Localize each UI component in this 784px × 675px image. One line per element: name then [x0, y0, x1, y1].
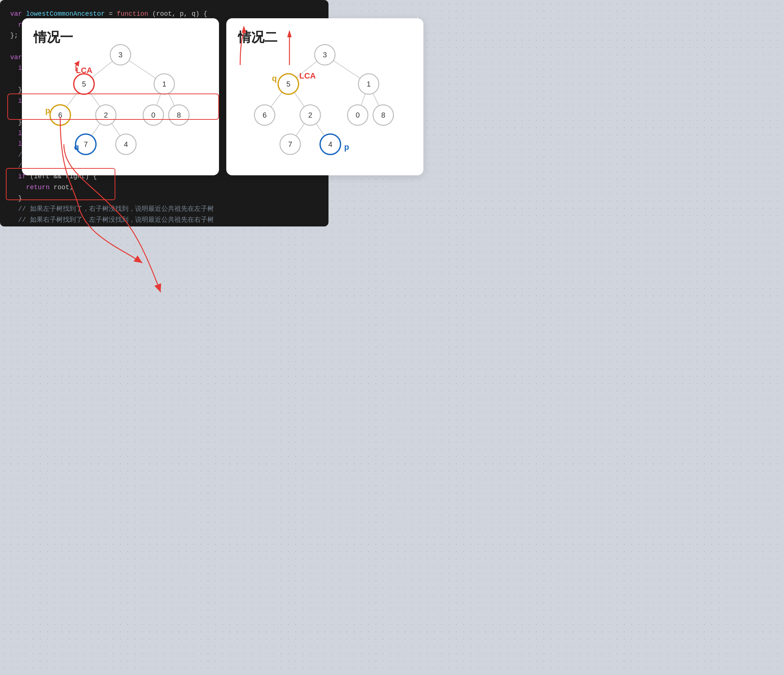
code-line-cm5: // 如果左右子树都没找到，说明最近公共祖先不存在 [10, 226, 318, 226]
svg-text:3: 3 [118, 51, 122, 59]
code-line-14: return root; [10, 182, 318, 193]
svg-text:4: 4 [328, 140, 332, 148]
svg-text:6: 6 [263, 111, 266, 119]
code-line-cm3: // 如果左子树找到了，右子树没找到，说明最近公共祖先在左子树 [10, 204, 318, 215]
svg-text:0: 0 [356, 111, 359, 119]
svg-text:4: 4 [124, 140, 128, 148]
code-line-cm4: // 如果右子树找到了，左子树没找到，说明最近公共祖先在右子树 [10, 215, 318, 226]
svg-text:5: 5 [82, 80, 86, 88]
svg-text:2: 2 [308, 111, 312, 119]
tree1-svg: 3 5 1 6 2 0 8 7 4 p q LCA [22, 18, 219, 175]
svg-text:q: q [74, 142, 79, 151]
tree-card-case1: 情况一 3 5 1 6 2 0 8 7 4 [22, 18, 219, 175]
svg-text:7: 7 [288, 140, 292, 148]
svg-text:LCA: LCA [299, 71, 316, 80]
svg-text:1: 1 [366, 80, 370, 88]
svg-text:8: 8 [381, 111, 385, 119]
svg-text:p: p [45, 106, 50, 115]
svg-text:q: q [272, 74, 277, 83]
svg-text:5: 5 [286, 80, 290, 88]
svg-text:p: p [344, 142, 349, 151]
svg-text:7: 7 [84, 140, 88, 148]
tree-card-case2: 情况二 3 5 1 6 2 0 8 7 4 [226, 18, 423, 175]
svg-text:3: 3 [323, 51, 327, 59]
svg-text:0: 0 [151, 111, 155, 119]
svg-text:LCA: LCA [76, 66, 92, 75]
svg-text:8: 8 [177, 111, 180, 119]
tree2-svg: 3 5 1 6 2 0 8 7 4 q p LCA [226, 18, 423, 175]
svg-text:6: 6 [58, 111, 62, 119]
svg-text:1: 1 [162, 80, 166, 88]
svg-text:2: 2 [104, 111, 108, 119]
code-line-15: } [10, 193, 318, 204]
